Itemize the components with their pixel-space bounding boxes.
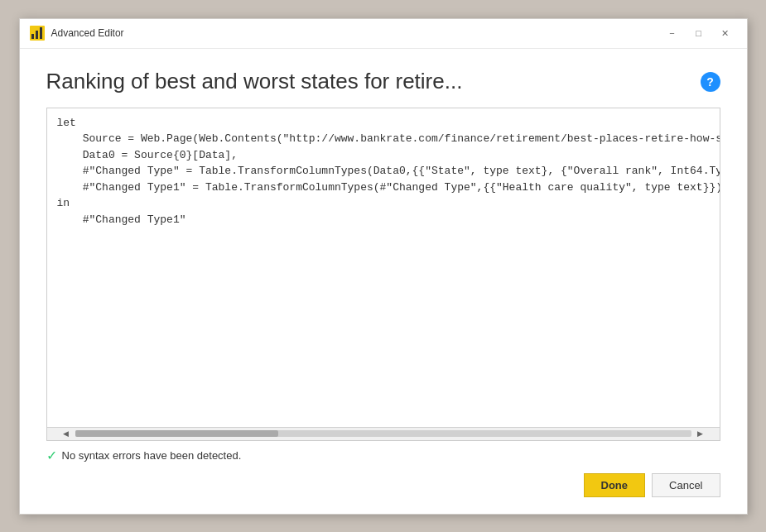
horizontal-scrollbar[interactable]: ◀ ▶: [47, 427, 720, 440]
check-icon: ✓: [46, 448, 57, 463]
editor-scroll-area[interactable]: let Source = Web.Page(Web.Contents("http…: [47, 108, 720, 427]
scroll-track: [75, 430, 691, 437]
cancel-button[interactable]: Cancel: [652, 473, 720, 497]
scroll-right-arrow[interactable]: ▶: [695, 428, 706, 439]
maximize-button[interactable]: □: [687, 25, 711, 41]
svg-rect-3: [40, 27, 42, 39]
minimize-button[interactable]: −: [661, 25, 684, 41]
close-button[interactable]: ✕: [714, 25, 737, 41]
help-icon[interactable]: ?: [701, 72, 720, 92]
svg-rect-2: [36, 31, 38, 39]
dialog-footer: Done Cancel: [46, 467, 720, 501]
done-button[interactable]: Done: [584, 473, 646, 497]
status-bar: ✓ No syntax errors have been detected.: [46, 441, 720, 467]
dialog-heading: Ranking of best and worst states for ret…: [46, 69, 463, 94]
title-bar-left: Advanced Editor: [30, 26, 124, 41]
dialog-header: Ranking of best and worst states for ret…: [46, 69, 720, 94]
scroll-thumb: [75, 430, 279, 437]
code-editor[interactable]: let Source = Web.Page(Web.Contents("http…: [57, 115, 710, 228]
editor-container[interactable]: let Source = Web.Page(Web.Contents("http…: [46, 108, 720, 441]
powerbi-icon: [30, 26, 45, 41]
svg-rect-1: [31, 34, 34, 39]
status-text: No syntax errors have been detected.: [62, 449, 242, 462]
advanced-editor-dialog: Advanced Editor − □ ✕ Ranking of best an…: [19, 18, 748, 515]
dialog-body: Ranking of best and worst states for ret…: [20, 49, 747, 514]
title-bar-controls: − □ ✕: [661, 25, 737, 41]
title-bar: Advanced Editor − □ ✕: [20, 19, 747, 49]
title-bar-title: Advanced Editor: [51, 27, 124, 39]
scroll-left-arrow[interactable]: ◀: [60, 428, 72, 439]
